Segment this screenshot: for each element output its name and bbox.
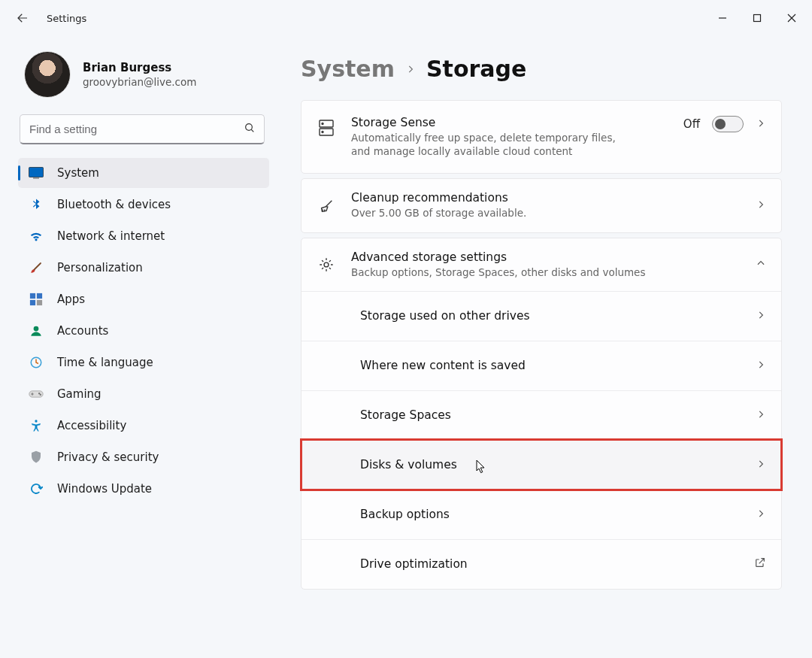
- sidebar-item-label: Network & internet: [57, 229, 165, 243]
- broom-icon: [317, 198, 336, 214]
- main-content: System Storage Storage Sense Automatical…: [278, 36, 812, 658]
- accessibility-icon: [29, 418, 44, 433]
- row-title: Storage used on other drives: [360, 309, 741, 323]
- sidebar-item-personalization[interactable]: Personalization: [18, 253, 269, 283]
- person-icon: [29, 323, 44, 338]
- chevron-right-icon: [405, 59, 416, 78]
- sidebar-item-update[interactable]: Windows Update: [18, 474, 269, 504]
- gamepad-icon: [29, 387, 44, 402]
- titlebar: Settings: [0, 0, 812, 36]
- arrow-left-icon: [16, 11, 29, 25]
- svg-rect-4: [30, 293, 35, 299]
- profile-name: Brian Burgess: [83, 61, 196, 74]
- svg-point-13: [35, 420, 37, 422]
- gear-icon: [317, 256, 336, 273]
- where-new-content-row[interactable]: Where new content is saved: [301, 341, 781, 390]
- svg-rect-7: [37, 300, 42, 305]
- storage-sense-card: Storage Sense Automatically free up spac…: [301, 100, 782, 174]
- profile-block[interactable]: Brian Burgess groovybrian@live.com: [18, 42, 269, 114]
- row-title: Advanced storage settings: [351, 250, 741, 264]
- minimize-icon: [718, 14, 727, 23]
- chevron-up-icon: [756, 257, 766, 271]
- brush-icon: [29, 260, 44, 275]
- row-title: Storage Sense: [351, 116, 668, 129]
- profile-email: groovybrian@live.com: [83, 76, 196, 88]
- chevron-right-icon: [756, 199, 766, 213]
- chevron-right-icon: [756, 309, 766, 323]
- clock-globe-icon: [29, 355, 44, 370]
- svg-point-12: [40, 394, 41, 396]
- apps-icon: [29, 292, 44, 307]
- sidebar-item-apps[interactable]: Apps: [18, 284, 269, 314]
- shield-icon: [29, 450, 44, 465]
- chevron-right-icon: [756, 408, 766, 423]
- advanced-storage-header[interactable]: Advanced storage settings Backup options…: [301, 238, 781, 291]
- sidebar-item-label: Privacy & security: [57, 450, 159, 464]
- chevron-right-icon: [756, 508, 766, 522]
- cleanup-card: Cleanup recommendations Over 5.00 GB of …: [301, 178, 782, 232]
- svg-rect-5: [37, 293, 42, 299]
- nav: System Bluetooth & devices Network & int…: [18, 158, 269, 504]
- storage-sense-toggle[interactable]: [712, 116, 744, 132]
- sidebar-item-label: Windows Update: [57, 482, 152, 496]
- row-title: Disks & volumes: [360, 458, 741, 472]
- sidebar-item-label: Time & language: [57, 356, 153, 369]
- row-subtitle: Over 5.00 GB of storage available.: [351, 206, 741, 220]
- avatar: [24, 51, 71, 98]
- row-title: Drive optimization: [360, 557, 739, 571]
- sidebar-item-bluetooth[interactable]: Bluetooth & devices: [18, 190, 269, 220]
- sidebar: Brian Burgess groovybrian@live.com Syste…: [0, 36, 278, 658]
- backup-options-row[interactable]: Backup options: [301, 490, 781, 539]
- row-title: Storage Spaces: [360, 408, 741, 422]
- disks-volumes-row[interactable]: Disks & volumes: [301, 440, 781, 490]
- open-external-icon: [754, 556, 766, 572]
- storage-sense-row[interactable]: Storage Sense Automatically free up spac…: [301, 101, 781, 173]
- svg-point-1: [246, 124, 253, 131]
- storage-spaces-row[interactable]: Storage Spaces: [301, 390, 781, 440]
- drive-optimization-row[interactable]: Drive optimization: [301, 539, 781, 589]
- app-title: Settings: [47, 13, 86, 24]
- cleanup-row[interactable]: Cleanup recommendations Over 5.00 GB of …: [301, 179, 781, 232]
- sidebar-item-label: Gaming: [57, 387, 102, 401]
- minimize-button[interactable]: [705, 6, 740, 30]
- close-button[interactable]: [774, 6, 809, 30]
- svg-point-16: [322, 123, 323, 125]
- search-input[interactable]: [20, 114, 265, 144]
- sidebar-item-accounts[interactable]: Accounts: [18, 316, 269, 346]
- window-controls: [705, 6, 809, 30]
- sidebar-item-privacy[interactable]: Privacy & security: [18, 442, 269, 472]
- maximize-button[interactable]: [740, 6, 774, 30]
- svg-rect-0: [754, 15, 761, 22]
- sidebar-item-label: Bluetooth & devices: [57, 198, 171, 211]
- row-title: Backup options: [360, 508, 741, 521]
- svg-point-8: [34, 326, 39, 332]
- svg-point-17: [322, 132, 323, 133]
- maximize-icon: [753, 14, 762, 23]
- bluetooth-icon: [29, 197, 44, 212]
- sidebar-item-gaming[interactable]: Gaming: [18, 379, 269, 409]
- svg-rect-3: [33, 178, 39, 179]
- display-icon: [29, 165, 44, 180]
- row-subtitle: Automatically free up space, delete temp…: [351, 131, 622, 158]
- page-title: Storage: [426, 56, 526, 82]
- breadcrumb-parent[interactable]: System: [301, 56, 395, 82]
- row-title: Where new content is saved: [360, 359, 741, 372]
- drive-icon: [317, 119, 336, 137]
- sidebar-item-label: Accessibility: [57, 419, 126, 432]
- close-icon: [787, 14, 796, 23]
- wifi-icon: [29, 229, 44, 244]
- svg-point-18: [324, 262, 329, 267]
- sidebar-item-label: System: [57, 166, 99, 180]
- row-subtitle: Backup options, Storage Spaces, other di…: [351, 265, 741, 279]
- sidebar-item-network[interactable]: Network & internet: [18, 221, 269, 251]
- svg-rect-6: [30, 300, 35, 305]
- svg-rect-2: [29, 168, 44, 177]
- update-icon: [29, 481, 44, 496]
- sidebar-item-accessibility[interactable]: Accessibility: [18, 411, 269, 441]
- breadcrumb: System Storage: [301, 56, 782, 82]
- sidebar-item-label: Personalization: [57, 261, 143, 274]
- sidebar-item-time[interactable]: Time & language: [18, 347, 269, 378]
- sidebar-item-system[interactable]: System: [18, 158, 269, 188]
- storage-other-drives-row[interactable]: Storage used on other drives: [301, 291, 781, 341]
- back-button[interactable]: [8, 3, 38, 33]
